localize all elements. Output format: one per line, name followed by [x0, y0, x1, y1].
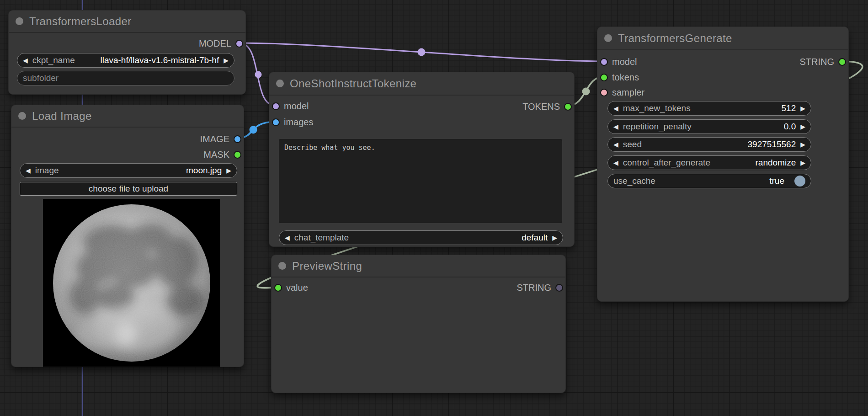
- node-title-bar[interactable]: TransformersLoader: [9, 11, 245, 33]
- increment-arrow-icon[interactable]: ▶: [226, 167, 231, 174]
- collapse-dot-icon[interactable]: [18, 112, 26, 120]
- node-transformers-loader[interactable]: TransformersLoader MODEL ◀ ckpt_name lla…: [8, 10, 246, 95]
- input-slot-model[interactable]: model: [600, 55, 637, 68]
- node-title-bar[interactable]: TransformersGenerate: [597, 27, 848, 50]
- control-after-generate-widget[interactable]: ◀ control_after_generate randomize ▶: [607, 155, 811, 170]
- slot-dot-sampler[interactable]: [600, 89, 608, 96]
- decrement-arrow-icon[interactable]: ◀: [613, 105, 618, 112]
- collapse-dot-icon[interactable]: [276, 80, 284, 87]
- node-transformers-generate[interactable]: TransformersGenerate model tokens sample…: [597, 27, 849, 302]
- toggle-knob-icon[interactable]: [794, 176, 805, 187]
- output-slot-mask[interactable]: MASK: [203, 148, 241, 161]
- decrement-arrow-icon[interactable]: ◀: [613, 141, 618, 148]
- input-slot-sampler[interactable]: sampler: [600, 86, 644, 99]
- decrement-arrow-icon[interactable]: ◀: [285, 235, 290, 241]
- collapse-dot-icon[interactable]: [16, 17, 23, 25]
- decrement-arrow-icon[interactable]: ◀: [26, 167, 31, 174]
- decrement-arrow-icon[interactable]: ◀: [23, 57, 28, 64]
- output-slot-model[interactable]: MODEL: [199, 37, 243, 50]
- increment-arrow-icon[interactable]: ▶: [800, 160, 805, 166]
- max-new-tokens-widget[interactable]: ◀ max_new_tokens 512 ▶: [607, 101, 811, 116]
- use-cache-toggle[interactable]: use_cache true: [607, 174, 811, 188]
- node-title: PreviewString: [292, 260, 362, 272]
- output-slot-string[interactable]: STRING: [517, 281, 563, 294]
- slot-dot-images[interactable]: [272, 118, 280, 126]
- node-preview-string[interactable]: PreviewString value STRING: [271, 255, 566, 393]
- increment-arrow-icon[interactable]: ▶: [224, 57, 229, 64]
- link-midpoint-dot: [582, 88, 590, 96]
- node-title-bar[interactable]: Load Image: [11, 105, 244, 128]
- link-midpoint-dot: [250, 126, 257, 134]
- prompt-textarea[interactable]: Describe what you see.: [279, 139, 562, 223]
- seed-widget[interactable]: ◀ seed 3927515562 ▶: [607, 137, 811, 152]
- input-slot-images[interactable]: images: [272, 116, 313, 128]
- increment-arrow-icon[interactable]: ▶: [800, 105, 805, 112]
- increment-arrow-icon[interactable]: ▶: [800, 141, 805, 148]
- output-slot-string[interactable]: STRING: [799, 55, 846, 68]
- link-midpoint-dot: [418, 48, 426, 56]
- repetition-penalty-widget[interactable]: ◀ repetition_penalty 0.0 ▶: [607, 119, 811, 134]
- node-title: Load Image: [32, 110, 92, 123]
- node-title: TransformersGenerate: [618, 32, 732, 45]
- node-title: OneShotInstructTokenize: [290, 77, 416, 90]
- slot-dot-tokens[interactable]: [564, 103, 572, 111]
- slot-dot-model[interactable]: [235, 40, 243, 48]
- node-title-bar[interactable]: OneShotInstructTokenize: [269, 72, 574, 96]
- node-title-bar[interactable]: PreviewString: [272, 255, 565, 277]
- slot-dot-tokens[interactable]: [600, 74, 608, 81]
- node-oneshot-instruct-tokenize[interactable]: OneShotInstructTokenize model images TOK…: [269, 72, 575, 247]
- upload-file-button[interactable]: choose file to upload: [20, 182, 237, 196]
- subfolder-input[interactable]: subfolder: [17, 71, 234, 85]
- collapse-dot-icon[interactable]: [278, 262, 286, 270]
- slot-dot-value[interactable]: [274, 284, 282, 292]
- node-load-image[interactable]: Load Image IMAGE MASK ◀ image moon.jpg ▶…: [11, 105, 244, 367]
- input-slot-model[interactable]: model: [272, 100, 309, 112]
- collapse-dot-icon[interactable]: [604, 34, 612, 42]
- slot-dot-model[interactable]: [600, 58, 608, 66]
- slot-dot-mask[interactable]: [234, 151, 241, 159]
- decrement-arrow-icon[interactable]: ◀: [613, 160, 618, 166]
- slot-dot-model[interactable]: [272, 102, 280, 110]
- input-slot-tokens[interactable]: tokens: [600, 71, 639, 84]
- ckpt-name-widget[interactable]: ◀ ckpt_name llava-hf/llava-v1.6-mistral-…: [17, 53, 234, 68]
- input-slot-value[interactable]: value: [274, 281, 308, 294]
- slot-dot-image[interactable]: [234, 135, 241, 143]
- decrement-arrow-icon[interactable]: ◀: [613, 123, 618, 130]
- node-graph-canvas[interactable]: TransformersLoader MODEL ◀ ckpt_name lla…: [0, 0, 868, 416]
- slot-dot-string[interactable]: [555, 284, 563, 292]
- output-slot-tokens[interactable]: TOKENS: [522, 100, 572, 113]
- output-slot-image[interactable]: IMAGE: [200, 133, 241, 145]
- chat-template-widget[interactable]: ◀ chat_template default ▶: [279, 230, 563, 245]
- increment-arrow-icon[interactable]: ▶: [552, 235, 557, 241]
- node-title: TransformersLoader: [29, 15, 132, 28]
- link-midpoint-dot: [255, 71, 262, 78]
- image-select-widget[interactable]: ◀ image moon.jpg ▶: [20, 163, 237, 178]
- slot-dot-string[interactable]: [838, 58, 846, 66]
- increment-arrow-icon[interactable]: ▶: [800, 123, 805, 130]
- moon-image: [43, 199, 220, 367]
